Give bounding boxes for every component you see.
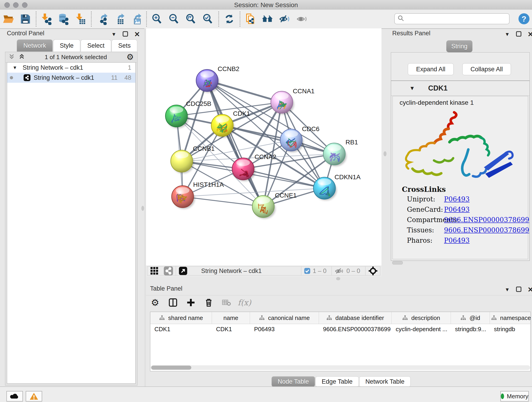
network-canvas[interactable]: CCNB2CCNA1CDC25BCDK1CDC6RB1CCNB1CCNA2CDK…	[146, 28, 381, 265]
panel-menu-caret-icon[interactable]: ▼	[111, 32, 116, 37]
birds-eye-view-icon[interactable]	[179, 267, 187, 275]
selected-checkbox-icon[interactable]	[304, 268, 310, 274]
table-hscrollbar-thumb[interactable]	[151, 366, 191, 370]
column-header--id[interactable]: @id	[451, 312, 490, 324]
tab-node-table[interactable]: Node Table	[272, 376, 315, 387]
export-image-icon[interactable]	[127, 12, 144, 26]
help-icon[interactable]: ?	[519, 13, 530, 24]
expand-all-button[interactable]: Expand All	[408, 63, 454, 75]
tab-select[interactable]: Select	[81, 39, 111, 51]
zoom-out-icon[interactable]	[166, 12, 183, 26]
node-CCNA1[interactable]: CCNA1	[271, 88, 315, 114]
edge-CCNA2-CDKN1A[interactable]	[243, 169, 324, 188]
network-share-icon[interactable]	[164, 266, 173, 275]
network-graph[interactable]: CCNB2CCNA1CDC25BCDK1CDC6RB1CCNB1CCNA2CDK…	[146, 28, 381, 265]
network-row[interactable]: String Network – cdk1 11 48	[7, 73, 135, 83]
refresh-icon[interactable]	[221, 12, 238, 26]
left-splitter[interactable]	[144, 28, 146, 386]
trash-icon[interactable]	[204, 298, 214, 307]
open-file-icon[interactable]	[0, 12, 17, 26]
export-table-icon[interactable]	[110, 12, 127, 26]
column-header-database-identifier[interactable]: database identifier	[319, 312, 392, 324]
function-icon[interactable]: f(x)	[239, 298, 249, 307]
tab-network-table[interactable]: Network Table	[359, 376, 411, 387]
tab-sets[interactable]: Sets	[112, 39, 137, 51]
crosslink-label: Uniprot:	[407, 195, 435, 203]
column-header-description[interactable]: description	[392, 312, 451, 324]
results-float-icon[interactable]	[516, 31, 522, 38]
node-CCNB1[interactable]: CCNB1	[171, 145, 215, 173]
memory-button[interactable]: Memory	[500, 391, 529, 402]
results-scrollbar-thumb[interactable]	[392, 261, 403, 264]
node-CDKN1A[interactable]: CDKN1A	[313, 173, 361, 200]
table-float-icon[interactable]	[516, 286, 522, 293]
crosslink-link[interactable]: P06493	[444, 206, 470, 213]
delete-table-icon[interactable]	[222, 298, 232, 307]
import-database-icon[interactable]	[55, 12, 72, 26]
expand-all-icon[interactable]	[18, 53, 25, 61]
export-network-icon[interactable]	[94, 12, 110, 26]
table-cell[interactable]: stringdb:9...	[451, 324, 490, 334]
table-cell[interactable]: 9606.ENSP00000378699	[319, 324, 392, 334]
import-table-icon[interactable]	[72, 12, 89, 26]
gear-icon[interactable]: ⚙	[150, 297, 160, 308]
panel-float-icon[interactable]	[122, 31, 128, 38]
crosslink-link[interactable]: 9606.ENSP00000378699	[444, 216, 529, 224]
panel-close-icon[interactable]: ✕	[134, 30, 140, 38]
crosslink-link[interactable]: P06493	[444, 195, 470, 203]
column-header-namespace[interactable]: namespace	[490, 312, 532, 324]
node-label-CCNB1: CCNB1	[193, 145, 215, 152]
network-collection-row[interactable]: ▼ String Network – cdk1 1	[7, 63, 135, 73]
warning-button[interactable]	[26, 391, 42, 402]
tab-string[interactable]: String	[446, 40, 472, 52]
zoom-fit-icon[interactable]	[183, 12, 200, 26]
column-header-name[interactable]: name	[212, 312, 250, 324]
results-close-icon[interactable]: ✕	[528, 30, 532, 38]
zoom-in-icon[interactable]	[149, 12, 166, 26]
add-icon[interactable]	[186, 298, 196, 307]
zoom-selected-icon[interactable]	[200, 12, 216, 26]
network-options-gear-icon[interactable]: ⚙	[127, 52, 134, 62]
column-header-shared-name[interactable]: shared name	[150, 312, 212, 324]
table-cell[interactable]: CDK1	[150, 324, 212, 334]
table-hscrollbar-track[interactable]	[151, 365, 530, 370]
node-RB1[interactable]: RB1	[323, 139, 358, 166]
grid-view-icon[interactable]	[150, 267, 159, 275]
tab-style[interactable]: Style	[53, 39, 80, 51]
gene-section-header[interactable]: ▼ CDK1	[391, 81, 530, 96]
crosslink-link[interactable]: P06493	[444, 236, 470, 244]
import-network-icon[interactable]	[38, 12, 55, 26]
table-cell[interactable]: cyclin-dependent ...	[392, 324, 451, 334]
results-panel-title: Results Panel	[392, 30, 431, 37]
table-cell[interactable]: CDK1	[212, 324, 250, 334]
tab-edge-table[interactable]: Edge Table	[316, 376, 359, 387]
hidden-eye-icon[interactable]	[335, 267, 344, 275]
columns-icon[interactable]	[168, 298, 178, 307]
hide-unhide-icon[interactable]	[276, 12, 293, 26]
gene-collapse-caret-icon[interactable]: ▼	[409, 85, 415, 91]
right-splitter-handle[interactable]	[384, 151, 386, 156]
collapse-all-button[interactable]: Collapse All	[462, 63, 511, 75]
home-icon[interactable]	[259, 12, 276, 26]
table-row[interactable]: CDK1CDK1P064939606.ENSP00000378699cyclin…	[150, 324, 530, 334]
results-menu-caret-icon[interactable]: ▼	[505, 32, 510, 37]
table-menu-caret-icon[interactable]: ▼	[505, 287, 510, 293]
string-import-icon[interactable]	[242, 12, 259, 26]
search-input[interactable]	[404, 15, 501, 23]
table-cell[interactable]: stringdb	[490, 324, 532, 334]
network-view-toolbar: String Network – cdk1 1 – 0 0 – 0	[146, 265, 381, 276]
tab-network[interactable]: Network	[17, 39, 53, 51]
fit-crosshair-icon[interactable]	[368, 266, 378, 276]
crosslink-link[interactable]: 9606.ENSP00000378699	[444, 226, 529, 234]
table-cell[interactable]: P06493	[250, 324, 319, 334]
left-splitter-handle[interactable]	[141, 206, 144, 211]
search-box[interactable]	[394, 13, 510, 24]
collapse-all-icon[interactable]	[8, 53, 15, 61]
table-close-icon[interactable]: ✕	[528, 286, 532, 294]
save-icon[interactable]	[17, 12, 34, 26]
cloud-button[interactable]	[6, 391, 23, 402]
horizontal-splitter-handle[interactable]	[336, 277, 340, 280]
show-eye-icon[interactable]	[293, 12, 310, 26]
tree-expand-caret-icon[interactable]: ▼	[13, 65, 17, 70]
column-header-canonical-name[interactable]: canonical name	[250, 312, 319, 324]
